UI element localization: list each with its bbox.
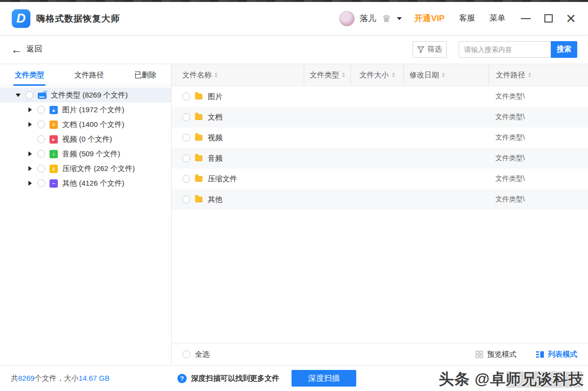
sort-down-icon [215, 75, 218, 77]
row-checkbox[interactable] [182, 113, 190, 121]
search-area: 搜索 [459, 41, 577, 58]
cell-file-name: 其他 [172, 195, 304, 204]
radio-checkbox[interactable] [37, 121, 45, 128]
collapse-arrow-icon[interactable] [26, 166, 33, 171]
cell-file-path: 文件类型\ [489, 174, 588, 183]
collapse-arrow-icon[interactable] [26, 151, 33, 156]
question-icon: ? [177, 374, 187, 383]
tree-item[interactable]: –其他 (4126 个文件) [0, 176, 171, 191]
file-list-panel: 文件名称文件类型文件大小修改日期文件路径 图片文件类型\文档文件类型\视频文件类… [172, 64, 588, 365]
minimize-button[interactable] [521, 18, 531, 19]
table-row[interactable]: 其他文件类型\ [172, 189, 588, 210]
cell-file-name: 音频 [172, 154, 304, 163]
back-button[interactable]: ← 返回 [11, 44, 42, 55]
row-checkbox[interactable] [182, 93, 190, 100]
open-vip-button[interactable]: 开通VIP [415, 13, 444, 24]
table-row[interactable]: 音频文件类型\ [172, 148, 588, 169]
select-all-label: 全选 [195, 350, 210, 359]
table-row[interactable]: 视频文件类型\ [172, 127, 588, 148]
radio-checkbox[interactable] [37, 165, 45, 172]
tree-item-label: 图片 (1972 个文件) [62, 105, 124, 115]
collapse-arrow-icon[interactable] [26, 107, 33, 112]
preview-grid-icon [476, 351, 483, 358]
close-button[interactable]: ✕ [565, 14, 576, 24]
radio-checkbox[interactable] [37, 135, 45, 143]
row-checkbox[interactable] [182, 196, 190, 203]
row-checkbox[interactable] [182, 134, 190, 142]
menu-button[interactable]: 菜单 [490, 13, 505, 24]
username[interactable]: 落儿 [360, 13, 376, 24]
filter-label: 筛选 [427, 45, 442, 54]
total-size: 14.67 GB [78, 374, 109, 382]
sort-arrows-icon[interactable] [442, 73, 445, 77]
sort-down-icon [392, 75, 395, 77]
row-checkbox[interactable] [182, 154, 190, 162]
sort-arrows-icon[interactable] [528, 73, 531, 77]
folder-icon [195, 176, 202, 182]
triangle-right-icon [28, 151, 32, 156]
radio-checkbox[interactable] [37, 106, 45, 114]
search-input[interactable] [459, 41, 551, 58]
column-header[interactable]: 修改日期 [403, 64, 489, 86]
tree-item-label: 其他 (4126 个文件) [62, 179, 124, 188]
radio-checkbox[interactable] [37, 150, 45, 158]
cell-file-name: 文档 [172, 113, 304, 122]
triangle-right-icon [28, 122, 32, 127]
sort-arrows-icon[interactable] [392, 73, 395, 77]
tree-item[interactable]: ♪音频 (509 个文件) [0, 147, 171, 161]
deep-scan-tip: 深度扫描可以找到更多文件 [191, 374, 279, 383]
tree-item[interactable]: ▴图片 (1972 个文件) [0, 102, 171, 117]
sort-up-icon [442, 73, 445, 74]
sort-up-icon [528, 73, 531, 74]
select-all-control[interactable]: 全选 [182, 350, 210, 359]
summary-middle: 个文件，大小 [34, 374, 78, 382]
tab-file-path[interactable]: 文件路径 [74, 64, 104, 86]
tree-item[interactable]: 文件类型 (8269 个文件) [0, 88, 171, 102]
list-mode-label: 列表模式 [548, 350, 577, 359]
tab-deleted[interactable]: 已删除 [134, 64, 156, 86]
file-name-label: 压缩文件 [208, 174, 237, 184]
customer-service-button[interactable]: 客服 [459, 13, 475, 24]
sort-arrows-icon[interactable] [342, 73, 345, 77]
cell-file-path: 文件类型\ [489, 113, 588, 122]
cell-file-path: 文件类型\ [489, 154, 588, 163]
table-row[interactable]: 压缩文件文件类型\ [172, 169, 588, 189]
tree-item[interactable]: z压缩文件 (262 个文件) [0, 161, 171, 176]
folder-icon [195, 196, 202, 202]
table-row[interactable]: 图片文件类型\ [172, 86, 588, 107]
table-row[interactable]: 文档文件类型\ [172, 107, 588, 127]
maximize-button[interactable] [544, 14, 553, 23]
audio-file-icon: ♪ [49, 150, 58, 158]
row-checkbox[interactable] [182, 175, 190, 183]
tree-item-label: 视频 (0 个文件) [62, 135, 112, 144]
collapse-arrow-icon[interactable] [26, 122, 33, 127]
tree-item[interactable]: ≡文档 (1400 个文件) [0, 117, 171, 132]
column-header[interactable]: 文件类型 [304, 64, 350, 86]
filter-button[interactable]: 筛选 [413, 41, 447, 58]
search-button[interactable]: 搜索 [551, 41, 577, 58]
table-header: 文件名称文件类型文件大小修改日期文件路径 [172, 64, 588, 86]
select-all-checkbox[interactable] [182, 350, 190, 358]
image-file-icon: ▴ [49, 106, 58, 114]
collapse-arrow-icon[interactable] [26, 181, 33, 186]
list-mode-button[interactable]: 列表模式 [536, 350, 577, 359]
column-header[interactable]: 文件路径 [489, 64, 588, 86]
deep-scan-button[interactable]: 深度扫描 [292, 370, 356, 387]
sort-arrows-icon[interactable] [215, 73, 218, 77]
sort-up-icon [215, 73, 218, 74]
chevron-down-icon[interactable] [397, 17, 402, 20]
radio-checkbox[interactable] [25, 91, 33, 99]
sort-up-icon [392, 73, 395, 74]
cell-file-path: 文件类型\ [489, 195, 588, 204]
radio-checkbox[interactable] [37, 179, 45, 187]
cell-file-name: 图片 [172, 92, 304, 101]
expand-arrow-icon[interactable] [15, 94, 22, 97]
preview-mode-button[interactable]: 预览模式 [476, 350, 516, 359]
user-avatar[interactable] [339, 11, 355, 26]
tree-item[interactable]: ▸视频 (0 个文件) [0, 132, 171, 147]
column-header[interactable]: 文件大小 [350, 64, 403, 86]
column-header[interactable]: 文件名称 [172, 64, 304, 86]
tab-file-type[interactable]: 文件类型 [15, 64, 44, 86]
column-header-label: 文件名称 [182, 71, 212, 80]
toolbar-right: 筛选 搜索 [413, 41, 577, 58]
